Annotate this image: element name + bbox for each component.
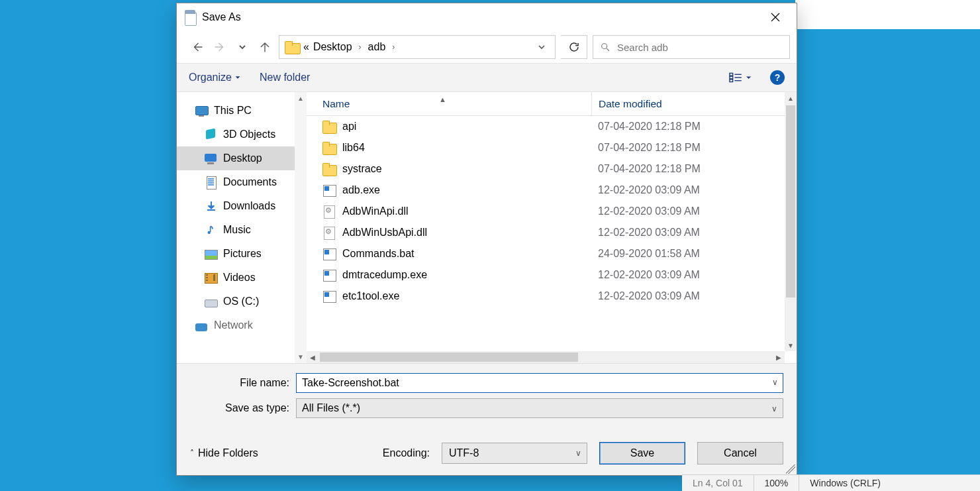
list-horizontal-scrollbar[interactable]: ◀ ▶: [307, 351, 785, 363]
tree-item-label: 3D Objects: [223, 129, 275, 140]
close-icon: [771, 13, 780, 22]
file-date: 24-09-2020 01:58 AM: [591, 248, 797, 260]
chevron-down-icon: ∨: [575, 449, 581, 458]
file-icon: [322, 227, 336, 239]
tree-item-label: Network: [214, 319, 253, 331]
nav-row: « Desktop › adb › Search adb: [177, 31, 797, 63]
chevron-right-icon[interactable]: ›: [389, 42, 397, 52]
folder-icon: [285, 41, 299, 53]
net-icon: [195, 319, 209, 331]
view-options-button[interactable]: [729, 68, 752, 87]
save-as-type-select[interactable]: All Files (*.*) ∨: [296, 398, 783, 418]
back-button[interactable]: [189, 38, 206, 56]
tree-item-label: Videos: [223, 272, 256, 284]
tree-item-videos[interactable]: Videos: [177, 266, 307, 290]
file-row[interactable]: dmtracedump.exe12-02-2020 03:09 AM: [307, 264, 797, 286]
recent-locations-button[interactable]: [234, 38, 251, 56]
file-row[interactable]: etc1tool.exe12-02-2020 03:09 AM: [307, 286, 797, 307]
scroll-up-icon[interactable]: ▲: [297, 95, 304, 102]
status-bar: Ln 4, Col 01 100% Windows (CRLF): [682, 474, 980, 491]
drive-icon: [205, 296, 218, 307]
scroll-down-icon[interactable]: ▼: [785, 339, 797, 351]
save-button[interactable]: Save: [599, 442, 685, 464]
sort-ascending-icon: ▲: [439, 95, 446, 103]
up-button[interactable]: [256, 38, 273, 56]
column-header-date[interactable]: Date modified: [591, 92, 797, 115]
file-name: AdbWinApi.dll: [342, 205, 409, 217]
resize-grip[interactable]: [786, 464, 795, 474]
tree-item-label: Desktop: [223, 152, 262, 164]
encoding-select[interactable]: UTF-8 ∨: [442, 443, 587, 464]
close-button[interactable]: [761, 7, 790, 28]
breadcrumb-part-1[interactable]: adb: [368, 41, 386, 53]
scrollbar-thumb[interactable]: [786, 105, 795, 298]
folder-icon: [322, 121, 336, 133]
tree-scrollbar[interactable]: ▲ ▼: [295, 92, 307, 363]
list-vertical-scrollbar[interactable]: ▲ ▼: [785, 92, 797, 351]
bottom-form: File name: ∨ Save as type: All Files (*.…: [177, 363, 797, 430]
tree-item-documents[interactable]: Documents: [177, 170, 307, 194]
file-date: 07-04-2020 12:18 PM: [591, 121, 797, 133]
tree-item-pictures[interactable]: Pictures: [177, 242, 307, 266]
chevron-right-icon[interactable]: ›: [356, 42, 364, 52]
breadcrumb-part-0[interactable]: Desktop: [313, 41, 352, 53]
svg-point-7: [208, 231, 211, 234]
scroll-right-icon[interactable]: ▶: [773, 351, 785, 363]
chevron-down-icon: [238, 43, 246, 51]
file-row[interactable]: api07-04-2020 12:18 PM: [307, 116, 797, 137]
search-box[interactable]: Search adb: [593, 35, 790, 59]
organize-button[interactable]: Organize: [189, 72, 241, 83]
tree-item-this-pc[interactable]: This PC: [177, 99, 307, 123]
file-row[interactable]: AdbWinApi.dll12-02-2020 03:09 AM: [307, 201, 797, 222]
file-row[interactable]: systrace07-04-2020 12:18 PM: [307, 158, 797, 180]
tree-item-os-c-[interactable]: OS (C:): [177, 290, 307, 313]
cancel-button[interactable]: Cancel: [697, 442, 783, 464]
scrollbar-thumb[interactable]: [320, 353, 578, 362]
file-row[interactable]: AdbWinUsbApi.dll12-02-2020 03:09 AM: [307, 222, 797, 243]
new-folder-button[interactable]: New folder: [260, 72, 310, 83]
help-button[interactable]: ?: [770, 70, 785, 85]
svg-rect-1: [730, 73, 733, 76]
file-row[interactable]: Commands.bat24-09-2020 01:58 AM: [307, 243, 797, 264]
address-dropdown[interactable]: [531, 42, 552, 53]
forward-button[interactable]: [211, 38, 228, 56]
tree-item-desktop[interactable]: Desktop: [177, 146, 307, 170]
address-bar[interactable]: « Desktop › adb ›: [279, 35, 556, 59]
scroll-left-icon[interactable]: ◀: [307, 351, 318, 363]
music-icon: [205, 224, 218, 236]
file-name-input[interactable]: [296, 373, 783, 393]
arrow-up-icon: [259, 41, 271, 53]
status-eol: Windows (CRLF): [799, 475, 980, 491]
file-row[interactable]: lib6407-04-2020 12:18 PM: [307, 137, 797, 158]
scroll-up-icon[interactable]: ▲: [785, 92, 797, 104]
bottom-bar: ˄ Hide Folders Encoding: UTF-8 ∨ Save Ca…: [177, 430, 797, 475]
file-row[interactable]: adb.exe12-02-2020 03:09 AM: [307, 180, 797, 201]
svg-rect-2: [730, 76, 733, 79]
status-cursor: Ln 4, Col 01: [682, 475, 754, 491]
scroll-down-icon[interactable]: ▼: [297, 353, 304, 360]
file-date: 07-04-2020 12:18 PM: [591, 163, 797, 175]
arrow-left-icon: [191, 41, 203, 53]
file-name: dmtracedump.exe: [342, 269, 427, 281]
file-name-dropdown[interactable]: ∨: [772, 378, 778, 387]
down-icon: [205, 200, 218, 212]
column-header-name[interactable]: Name ▲: [307, 98, 591, 110]
tree-item-3d-objects[interactable]: 3D Objects: [177, 123, 307, 146]
tree-item-music[interactable]: Music: [177, 218, 307, 242]
tree-item-label: This PC: [214, 105, 252, 117]
titlebar: Save As: [177, 3, 797, 31]
hide-folders-button[interactable]: ˄ Hide Folders: [190, 447, 258, 459]
tree-item-label: OS (C:): [223, 296, 259, 307]
refresh-button[interactable]: [561, 35, 587, 59]
toolbar: Organize New folder ?: [177, 63, 797, 92]
file-date: 12-02-2020 03:09 AM: [591, 205, 797, 217]
tree-item-network[interactable]: Network: [177, 313, 307, 337]
file-icon: [322, 269, 336, 281]
body-split: This PC3D ObjectsDesktopDocumentsDownloa…: [177, 92, 797, 363]
chevron-up-icon: ˄: [190, 449, 194, 458]
file-name: AdbWinUsbApi.dll: [342, 227, 427, 239]
tree-item-downloads[interactable]: Downloads: [177, 194, 307, 218]
doc-icon: [205, 176, 218, 188]
view-details-icon: [729, 72, 743, 83]
notepad-icon: [183, 10, 197, 25]
